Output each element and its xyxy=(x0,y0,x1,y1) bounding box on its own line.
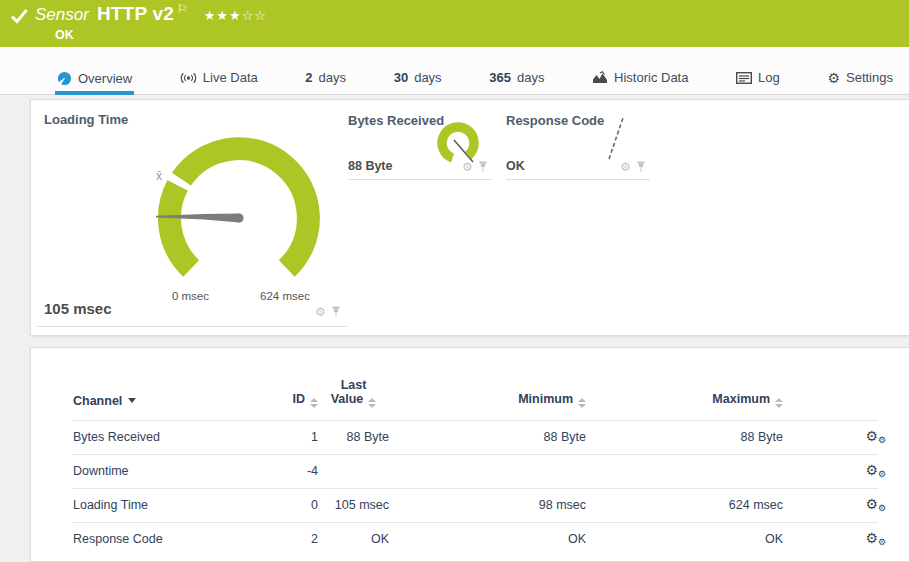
bytes-received-gauge-title: Bytes Received xyxy=(348,113,444,128)
bytes-received-value: 88 Byte xyxy=(348,159,392,173)
sensor-status-badge: OK xyxy=(55,28,74,42)
col-header-maximum[interactable]: Maximum xyxy=(586,348,783,420)
channel-maximum: OK xyxy=(586,522,783,556)
loading-time-value: 105 msec xyxy=(44,300,112,317)
channel-last-value: 88 Byte xyxy=(318,420,389,454)
pin-icon[interactable] xyxy=(331,306,341,318)
table-row: Loading Time 0 105 msec 98 msec 624 msec… xyxy=(73,488,878,522)
tab-settings[interactable]: ⚙ Settings xyxy=(825,70,895,94)
channel-name: Loading Time xyxy=(73,488,228,522)
gauge-scale-max: 624 msec xyxy=(250,290,320,302)
channel-minimum: OK xyxy=(389,522,586,556)
response-code-gauge-needle xyxy=(599,112,635,164)
table-row: Bytes Received 1 88 Byte 88 Byte 88 Byte… xyxy=(73,420,878,454)
table-row: Downtime -4 ⚙⚙ xyxy=(73,454,878,488)
tab-label: Log xyxy=(758,70,780,85)
area-chart-icon xyxy=(592,71,608,84)
divider xyxy=(37,326,347,327)
channel-id: 1 xyxy=(228,420,318,454)
gauge-icon xyxy=(57,71,72,86)
gear-icon[interactable]: ⚙ xyxy=(315,306,326,318)
table-row: Response Code 2 OK OK OK ⚙⚙ xyxy=(73,522,878,556)
channel-last-value xyxy=(318,454,389,488)
tab-label: days xyxy=(414,70,441,85)
loading-time-gauge-title: Loading Time xyxy=(44,112,128,127)
gauge-scale-min: 0 msec xyxy=(168,290,213,302)
sensor-kind-label: Sensor xyxy=(35,5,89,25)
response-code-gauge-title: Response Code xyxy=(506,113,604,128)
mean-marker: x̄ xyxy=(156,169,162,183)
tab-historic-data[interactable]: Historic Data xyxy=(590,70,690,94)
tab-label: Historic Data xyxy=(614,70,688,85)
response-code-value: OK xyxy=(506,159,525,173)
tab-number: 2 xyxy=(305,70,312,85)
gear-icon[interactable]: ⚙ xyxy=(462,161,473,173)
channel-id: 2 xyxy=(228,522,318,556)
tab-label: Live Data xyxy=(203,70,258,85)
col-header-channel[interactable]: Channel xyxy=(73,348,228,420)
channel-minimum: 98 msec xyxy=(389,488,586,522)
sort-icon[interactable] xyxy=(775,398,783,408)
tab-bar: Overview Live Data 2 days 30 days 365 da… xyxy=(0,47,909,95)
live-data-icon xyxy=(180,71,197,85)
sort-icon[interactable] xyxy=(368,398,376,408)
status-check-icon xyxy=(10,8,29,24)
gear-icon: ⚙ xyxy=(827,71,840,85)
col-header-id[interactable]: ID xyxy=(228,348,318,420)
loading-time-actions: ⚙ xyxy=(315,306,341,318)
sensor-header: Sensor HTTP v2 ⚐ ★★★☆☆ OK xyxy=(0,0,909,47)
channel-maximum: 88 Byte xyxy=(586,420,783,454)
tab-label: Overview xyxy=(78,71,132,86)
gear-icon[interactable]: ⚙ xyxy=(620,161,631,173)
bytes-received-actions: ⚙ xyxy=(462,161,488,173)
tab-live-data[interactable]: Live Data xyxy=(178,70,260,94)
tab-log[interactable]: Log xyxy=(734,70,782,94)
gauges-panel: Loading Time x̄ 0 msec 624 msec 105 msec… xyxy=(30,99,909,336)
channel-last-value: 105 msec xyxy=(318,488,389,522)
tab-overview[interactable]: Overview xyxy=(55,71,134,95)
sort-desc-icon[interactable] xyxy=(128,398,136,403)
col-header-minimum[interactable]: Minimum xyxy=(389,348,586,420)
tab-30-days[interactable]: 30 days xyxy=(392,70,444,94)
channel-maximum: 624 msec xyxy=(586,488,783,522)
channel-id: -4 xyxy=(228,454,318,488)
tab-label: days xyxy=(319,70,346,85)
tab-label: days xyxy=(517,70,544,85)
channel-minimum xyxy=(389,454,586,488)
sort-icon[interactable] xyxy=(310,398,318,408)
divider xyxy=(506,179,650,180)
tab-number: 30 xyxy=(394,70,408,85)
response-code-actions: ⚙ xyxy=(620,161,646,173)
pin-icon[interactable] xyxy=(478,161,488,173)
tab-number: 365 xyxy=(489,70,511,85)
stars-filled[interactable]: ★★★ xyxy=(204,8,242,23)
flag-icon: ⚐ xyxy=(177,2,188,16)
tab-2-days[interactable]: 2 days xyxy=(303,70,348,94)
stars-empty[interactable]: ☆☆ xyxy=(242,8,267,23)
channel-minimum: 88 Byte xyxy=(389,420,586,454)
channel-name: Response Code xyxy=(73,522,228,556)
channel-last-value: OK xyxy=(318,522,389,556)
loading-time-gauge: x̄ xyxy=(154,130,324,305)
col-header-settings xyxy=(783,348,878,420)
col-header-last-value[interactable]: LastValue xyxy=(318,348,389,420)
pin-icon[interactable] xyxy=(636,161,646,173)
channels-panel: Channel ID LastValue Minimum Maximum Byt… xyxy=(30,347,909,562)
table-header-row: Channel ID LastValue Minimum Maximum xyxy=(73,348,878,420)
channel-name: Downtime xyxy=(73,454,228,488)
log-icon xyxy=(736,72,752,84)
divider xyxy=(348,179,492,180)
tab-365-days[interactable]: 365 days xyxy=(487,70,546,94)
channel-maximum xyxy=(586,454,783,488)
tab-label: Settings xyxy=(846,70,893,85)
sort-icon[interactable] xyxy=(578,398,586,408)
channel-id: 0 xyxy=(228,488,318,522)
channel-name: Bytes Received xyxy=(73,420,228,454)
priority-stars[interactable]: ★★★☆☆ xyxy=(204,8,267,23)
sensor-name: HTTP v2 xyxy=(97,3,174,25)
channels-table: Channel ID LastValue Minimum Maximum Byt… xyxy=(73,348,878,556)
